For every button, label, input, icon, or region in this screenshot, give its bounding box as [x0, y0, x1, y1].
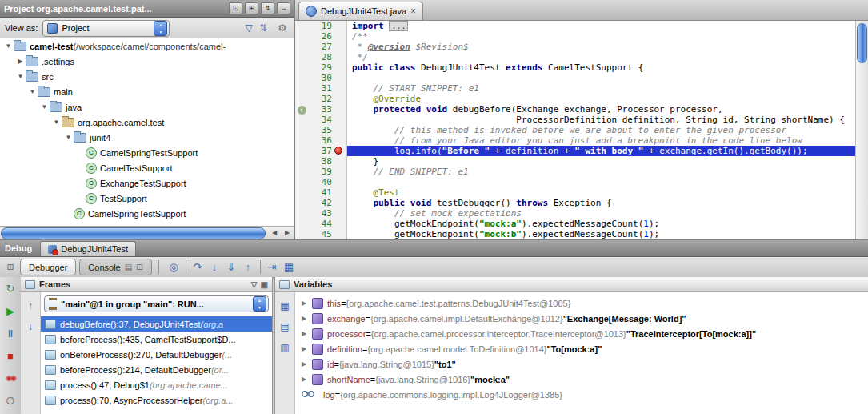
scroll-right-icon[interactable]: ▶ [281, 227, 294, 238]
evaluate-expression-icon[interactable]: ▦ [281, 259, 298, 275]
view-breakpoints-icon[interactable]: ◉◉ [0, 367, 21, 389]
restore-layout-icon[interactable]: ▣ [261, 280, 268, 289]
frame-down-icon[interactable]: ↓ [21, 316, 40, 337]
tree-item[interactable]: CExchangeTestSupport [0, 175, 294, 191]
horizontal-scrollbar[interactable]: ◀ ▶ [0, 226, 294, 239]
combo-arrows-icon[interactable] [154, 21, 167, 36]
editor-gutter[interactable]: 28 [295, 52, 347, 62]
editor-gutter[interactable]: 39 [295, 167, 347, 177]
stack-frame-row[interactable]: process():47, Debug$1 (org.apache.came..… [41, 377, 272, 392]
chevron-right-icon[interactable]: ▶ [302, 345, 312, 352]
chevron-down-icon[interactable]: ▼ [63, 134, 74, 141]
variable-row[interactable]: ▶exchange = {org.apache.camel.impl.Defau… [295, 311, 868, 326]
tree-item[interactable]: ▼junit4 [0, 130, 294, 145]
tree-item[interactable]: ▼main [0, 84, 294, 99]
editor-gutter[interactable]: 43 [295, 208, 347, 219]
settings-gear-icon[interactable]: ⚙ [275, 22, 290, 34]
editor-gutter[interactable]: 45 [295, 229, 347, 239]
editor-gutter[interactable]: 26 [295, 31, 347, 42]
stop-icon[interactable]: ■ [0, 344, 21, 367]
step-out-icon[interactable]: ↑ [240, 259, 257, 275]
stack-frame-row[interactable]: beforeProcess():214, DefaultDebugger (or… [41, 362, 272, 377]
variable-row[interactable]: ▶id = {java.lang.String@1015}"to1" [295, 356, 868, 372]
minimize-button[interactable]: ⊡ [229, 2, 242, 14]
tree-item[interactable]: CTestSupport [0, 191, 294, 206]
editor-gutter[interactable]: 37 [295, 146, 347, 156]
tree-item[interactable]: CCamelTestSupport [0, 160, 294, 175]
chevron-right-icon[interactable]: ▶ [302, 360, 312, 368]
combo-arrows-icon[interactable] [253, 296, 266, 312]
sort-icon[interactable]: ⇅ [256, 22, 270, 34]
variable-row[interactable]: ▶this = {org.apache.camel.test.patterns.… [295, 295, 868, 311]
code-editor[interactable]: 19import ...26/**27 * @version $Revision… [295, 21, 856, 239]
force-step-into-icon[interactable]: ⇓ [223, 259, 240, 275]
scrollbar-thumb[interactable] [857, 23, 867, 63]
chevron-right-icon[interactable]: ▶ [302, 299, 312, 307]
tab-console[interactable]: Console ▤ ⊡ [79, 259, 151, 275]
scrollbar-thumb[interactable] [1, 227, 266, 239]
variable-row[interactable]: ▶processor = {org.apache.camel.processor… [295, 326, 868, 341]
chevron-right-icon[interactable]: ▶ [302, 330, 312, 337]
tree-item[interactable]: CCamelSpringTestSupport [0, 145, 294, 160]
stack-frame-row[interactable]: debugBefore():37, DebugJUnit4Test (org.a [41, 316, 272, 332]
show-watches-icon[interactable]: ▦ [275, 295, 294, 316]
filter-icon[interactable]: ▽ [242, 22, 256, 34]
editor-gutter[interactable]: 31 [295, 83, 347, 94]
debug-session-tab[interactable]: DebugJUnit4Test [40, 241, 136, 256]
show-execution-point-icon[interactable]: ◎ [166, 259, 182, 275]
chevron-down-icon[interactable]: ▼ [3, 42, 14, 50]
tree-item[interactable]: ▼java [0, 99, 294, 115]
chevron-down-icon[interactable]: ▼ [51, 119, 62, 126]
step-over-icon[interactable]: ↷ [190, 259, 206, 275]
editor-gutter[interactable]: 40 [295, 177, 347, 187]
editor-gutter[interactable]: 41 [295, 187, 347, 198]
pause-icon[interactable]: ‖ [0, 322, 21, 344]
editor-gutter[interactable]: 35 [295, 125, 347, 135]
chevron-down-icon[interactable]: ▼ [39, 103, 50, 111]
editor-scrollbar[interactable] [855, 21, 868, 239]
float-button[interactable]: ⊞ [245, 2, 258, 14]
filter-frames-icon[interactable]: ▽ [251, 280, 258, 289]
editor-gutter[interactable]: 32 [295, 94, 347, 104]
editor-tab-debugjunit4test[interactable]: DebugJUnit4Test.java × [298, 2, 423, 20]
editor-gutter[interactable]: 38 [295, 156, 347, 167]
chevron-down-icon[interactable]: ▼ [15, 73, 26, 80]
variable-row[interactable]: ▶definition = {org.apache.camel.model.To… [295, 341, 868, 356]
editor-gutter[interactable]: 29 [295, 62, 347, 73]
editor-gutter[interactable]: 44 [295, 219, 347, 229]
run-to-cursor-icon[interactable]: ⇥ [264, 259, 281, 275]
stack-frame-row[interactable]: onBeforeProcess():270, DefaultDebugger (… [41, 347, 272, 362]
stack-frame-row[interactable]: beforeProcess():435, CamelTestSupport$D.… [41, 332, 272, 347]
quick-actions-button[interactable]: ↯ [261, 2, 274, 14]
chevron-right-icon[interactable]: ▶ [302, 315, 312, 322]
step-into-icon[interactable]: ↓ [206, 259, 223, 275]
collapse-panel-button[interactable]: ↔ [277, 2, 290, 14]
resume-icon[interactable]: ▶ [0, 299, 21, 322]
tree-item[interactable]: CCamelSpringTestSupport [0, 206, 294, 221]
close-icon[interactable]: × [410, 6, 416, 16]
frame-up-icon[interactable]: ↑ [21, 295, 40, 316]
thread-selector[interactable]: "main"@1 in group "main": RUN... [44, 295, 269, 312]
chevron-down-icon[interactable]: ▼ [27, 88, 38, 95]
editor-gutter[interactable]: 36 [295, 135, 347, 146]
tree-item[interactable]: ▼org.apache.camel.test [0, 115, 294, 130]
breakpoint-icon[interactable] [332, 146, 345, 156]
tree-item[interactable]: ▼camel-test (/workspace/camel/components… [0, 38, 294, 54]
editor-gutter[interactable]: 33 [295, 104, 347, 115]
dock-icon[interactable]: ⊞ [4, 262, 17, 272]
editor-gutter[interactable]: 42 [295, 198, 347, 208]
pin-watches-icon[interactable]: ▥ [275, 337, 294, 358]
mute-breakpoints-icon[interactable]: ∅ [0, 389, 21, 412]
tab-debugger[interactable]: Debugger [20, 259, 76, 275]
tree-item[interactable]: ▶.settings [0, 54, 294, 69]
variable-row[interactable]: ▶shortName = {java.lang.String@1016}"moc… [295, 372, 868, 387]
variable-row[interactable]: log = {org.apache.commons.logging.impl.L… [295, 387, 868, 402]
tree-item[interactable]: ▼src [0, 69, 294, 84]
chevron-right-icon[interactable]: ▶ [15, 58, 26, 65]
rerun-icon[interactable]: ↻ [0, 277, 21, 299]
editor-gutter[interactable]: 19 [295, 21, 347, 31]
editor-gutter[interactable]: 27 [295, 42, 347, 52]
add-watch-icon[interactable]: ▤ [275, 316, 294, 337]
editor-gutter[interactable]: 30 [295, 73, 347, 83]
scroll-left-icon[interactable]: ◀ [268, 227, 281, 238]
